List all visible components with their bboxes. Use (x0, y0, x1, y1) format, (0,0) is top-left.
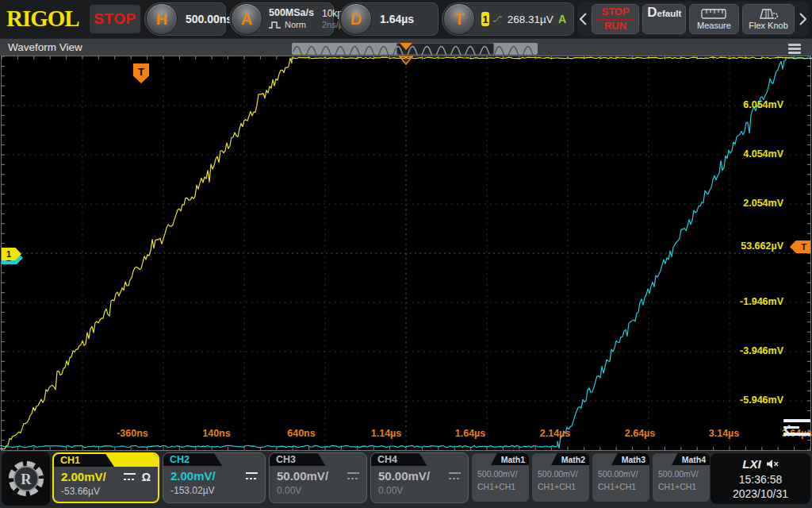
math4-scale: 500.00mV/ (658, 468, 710, 481)
ruler-icon (701, 9, 726, 19)
speaker-mute-icon (766, 459, 779, 469)
collapsed-menu-icon[interactable] (783, 419, 810, 436)
trigger-status: A (558, 13, 566, 25)
math4-expression: CH1+CH1 (658, 481, 710, 494)
voltage-axis-label: 2.054mV (720, 198, 783, 209)
voltage-axis-label: 4.054mV (720, 148, 783, 160)
voltage-axis-label: -5.946mV (720, 394, 783, 406)
lxi-label: LXI (742, 456, 760, 472)
channel3-offset: 0.00V (270, 483, 366, 496)
trigger-settings[interactable]: T 1 268.31µV A (442, 2, 574, 36)
math3-box[interactable]: Math3 500.00mV/ CH1+CH1 (592, 453, 649, 502)
channel2-label: CH2 (163, 453, 222, 466)
default-button[interactable]: Default (642, 4, 686, 34)
quick-buttons: STOP RUN Default Measure Flex Knob (577, 2, 809, 37)
math2-label: Math2 (551, 453, 589, 465)
delay-knob[interactable]: D (340, 3, 372, 35)
menu-icon[interactable] (788, 44, 801, 54)
acquisition-overview-scrollbar[interactable] (292, 43, 538, 55)
rigol-logo: RIGOL (6, 6, 79, 32)
stop-run-button[interactable]: STOP RUN (592, 4, 640, 34)
math1-expression: CH1+CH1 (477, 481, 529, 494)
math2-box[interactable]: Math2 500.00mV/ CH1+CH1 (532, 453, 589, 502)
math1-box[interactable]: Math1 500.00mV/ CH1+CH1 (472, 453, 529, 502)
voltage-axis-label: -3.946mV (720, 345, 783, 356)
time-axis-label: 2.14µs (523, 428, 587, 439)
channel2-box[interactable]: CH2 2.00mV/ -153.02µV (163, 452, 266, 503)
channel3-label: CH3 (270, 453, 326, 466)
channel4-scale: 50.00mV/ (378, 469, 430, 483)
math2-expression: CH1+CH1 (538, 481, 589, 494)
trigger-level-value: 268.31µV (508, 13, 553, 25)
math4-label: Math4 (672, 453, 710, 465)
trigger-source-badge: 1 (481, 12, 489, 26)
measure-button[interactable]: Measure (689, 4, 739, 34)
scroll-left-icon[interactable] (579, 13, 588, 25)
channel3-box[interactable]: CH3 50.00mV/ 0.00V (269, 452, 367, 503)
time-axis-label: 1.64µs (439, 428, 502, 439)
svg-text:R: R (21, 471, 32, 487)
dc-coupling-icon (124, 473, 136, 480)
waveform-view-bar: Waveform View (0, 38, 812, 56)
graticule-area[interactable]: T 2 1 T 6.054mV4.054mV2.054mV53.662µV-1.… (0, 56, 812, 451)
acquisition-mode: Norm (285, 20, 306, 31)
header-bar: RIGOL STOP H 500.00ns/ A 500MSa/s Norm 1… (0, 0, 812, 38)
horizontal-knob[interactable]: H (146, 3, 178, 35)
horizontal-settings[interactable]: H 500.00ns/ (144, 2, 226, 36)
scroll-right-icon[interactable] (798, 13, 807, 25)
sample-rate: 500MSa/s (269, 7, 314, 20)
acquisition-knob[interactable]: A (231, 3, 262, 35)
channel-status-bar: R CH1 2.00mV/ Ω -53.66µV CH2 2.00mV/ -15… (0, 451, 812, 508)
voltage-axis-label: 6.054mV (720, 99, 783, 110)
waveform-plot (0, 56, 812, 451)
math3-scale: 500.00mV/ (598, 468, 649, 481)
time-axis-label: -360ns (101, 428, 164, 439)
oscilloscope-screen: RIGOL STOP H 500.00ns/ A 500MSa/s Norm 1… (0, 0, 812, 508)
time-axis-label: 140ns (185, 428, 248, 439)
impedance-label: Ω (142, 471, 151, 483)
acquisition-settings[interactable]: A 500MSa/s Norm 10kpts 2ns/pt (229, 2, 334, 36)
channel1-box[interactable]: CH1 2.00mV/ Ω -53.66µV (52, 452, 159, 503)
channel1-scale: 2.00mV/ (61, 470, 106, 483)
voltage-axis-label: -1.946mV (720, 296, 783, 307)
channel2-scale: 2.00mV/ (170, 469, 216, 483)
time-axis-label: 3.14µs (692, 428, 756, 439)
gear-icon: R (6, 458, 47, 499)
math1-label: Math1 (491, 453, 529, 465)
horizontal-scale-value: 500.00ns/ (186, 13, 236, 25)
dc-coupling-icon (449, 472, 461, 479)
channel1-label: CH1 (54, 454, 114, 467)
channel3-scale: 50.00mV/ (277, 469, 328, 483)
rigol-gear-logo[interactable]: R (2, 452, 50, 506)
math4-box[interactable]: Math4 500.00mV/ CH1+CH1 (653, 453, 710, 502)
trigger-knob[interactable]: T (443, 3, 475, 35)
delay-settings[interactable]: D 1.64µs (339, 2, 439, 36)
status-clock-tile[interactable]: LXI 15:36:58 2023/10/31 (710, 453, 810, 504)
channel4-offset: 0.00V (371, 483, 468, 496)
channel4-label: CH4 (371, 453, 427, 466)
time-axis-label: 2.64µs (608, 428, 672, 439)
channel2-offset: -153.02µV (163, 483, 265, 496)
math3-label: Math3 (611, 453, 649, 465)
math1-scale: 500.00mV/ (477, 468, 529, 481)
system-date: 2023/10/31 (733, 487, 788, 501)
math2-scale: 500.00mV/ (538, 468, 589, 481)
voltage-axis-label: 53.662µV (720, 241, 783, 252)
time-axis-label: 640ns (270, 428, 333, 439)
rising-edge-icon (492, 13, 503, 25)
view-title: Waveform View (8, 41, 82, 53)
run-state-indicator: STOP (90, 5, 140, 33)
channel4-box[interactable]: CH4 50.00mV/ 0.00V (370, 452, 469, 503)
channel1-offset: -53.66µV (54, 483, 158, 497)
knob-gear-icon (757, 8, 779, 20)
dc-coupling-icon (246, 472, 258, 479)
system-time: 15:36:58 (739, 472, 783, 487)
pulse-icon (269, 21, 282, 29)
flex-knob-button[interactable]: Flex Knob (742, 4, 795, 34)
time-axis-label: 1.14µs (354, 428, 418, 439)
dc-coupling-icon (347, 472, 359, 479)
math3-expression: CH1+CH1 (598, 481, 649, 494)
delay-value: 1.64µs (380, 13, 414, 25)
